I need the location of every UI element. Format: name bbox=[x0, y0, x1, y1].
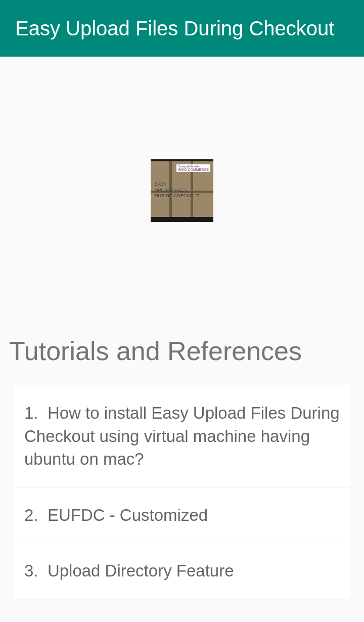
banner-line3: DURING CHECKOUT bbox=[155, 193, 200, 198]
woo-label: WOO COMMERCE bbox=[178, 168, 209, 171]
tutorial-text: Upload Directory Feature bbox=[48, 561, 234, 580]
compatibility-badge: Compatible with WOO COMMERCE bbox=[176, 164, 210, 172]
banner-footer bbox=[151, 217, 213, 222]
product-banner-image: Compatible with WOO COMMERCE EASY UPLOAD… bbox=[151, 159, 213, 222]
tutorial-number: 2. bbox=[24, 506, 38, 524]
tutorial-item-1[interactable]: 1. How to install Easy Upload Files Duri… bbox=[14, 385, 350, 487]
tutorial-number: 1. bbox=[24, 404, 38, 422]
hero-section: Compatible with WOO COMMERCE EASY UPLOAD… bbox=[0, 57, 364, 325]
tutorial-list: 1. How to install Easy Upload Files Duri… bbox=[14, 385, 350, 599]
section-heading: Tutorials and References bbox=[0, 325, 364, 385]
app-header: Easy Upload Files During Checkout bbox=[0, 0, 364, 57]
tutorial-text: How to install Easy Upload Files During … bbox=[24, 404, 340, 468]
tutorial-item-3[interactable]: 3. Upload Directory Feature bbox=[14, 543, 350, 599]
banner-line1: EASY bbox=[155, 182, 167, 187]
tutorial-number: 3. bbox=[24, 561, 38, 580]
banner-text: EASY UPLOAD FILES DURING CHECKOUT bbox=[155, 182, 200, 199]
tutorial-item-2[interactable]: 2. EUFDC - Customized bbox=[14, 487, 350, 544]
page-title: Easy Upload Files During Checkout bbox=[15, 17, 334, 40]
banner-line2: UPLOAD FILES bbox=[155, 188, 188, 193]
tutorial-text: EUFDC - Customized bbox=[48, 506, 208, 524]
